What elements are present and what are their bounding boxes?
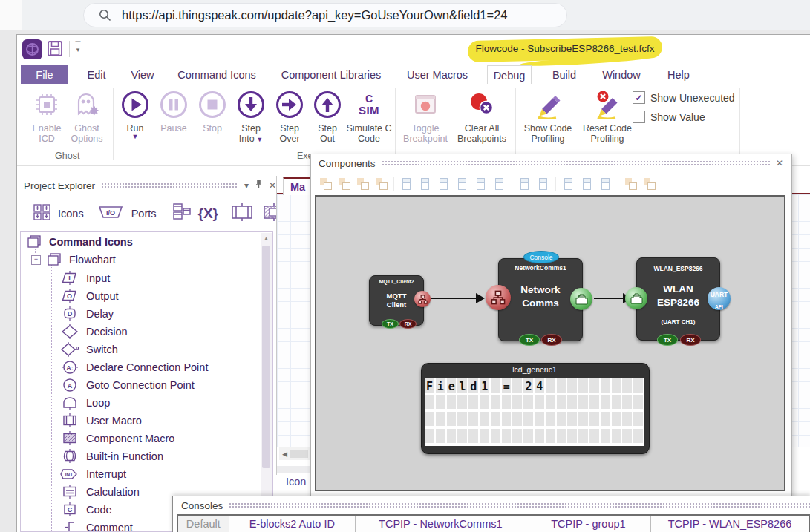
console-tab-tcpip-wlan-esp8266[interactable]: TCPIP - WLAN_ESP8266 bbox=[651, 516, 809, 532]
tree-scrollbar[interactable]: ▲ bbox=[261, 233, 272, 531]
expression-icon[interactable]: {X} bbox=[198, 206, 218, 222]
step-over-button[interactable]: Step Over bbox=[272, 89, 307, 145]
windows-layout-icon[interactable] bbox=[172, 203, 192, 225]
icons-view-label[interactable]: Icons bbox=[58, 208, 84, 220]
align-left-icon[interactable] bbox=[400, 177, 413, 190]
show-code-profiling-button[interactable]: Show Code Profiling bbox=[518, 89, 578, 145]
pin-icon[interactable] bbox=[255, 179, 263, 192]
tree-item-loop[interactable]: Loop bbox=[59, 395, 110, 410]
menu-tab-window[interactable]: Window bbox=[598, 65, 644, 84]
checkbox-icon[interactable] bbox=[633, 111, 645, 123]
tree-item-calculation[interactable]: Calculation bbox=[59, 485, 140, 499]
scroll-left-icon[interactable]: ◀ bbox=[279, 450, 287, 458]
tree-item-comment[interactable]: Comment bbox=[59, 520, 133, 532]
ethernet-connector-icon[interactable] bbox=[570, 288, 592, 310]
send-backward-icon[interactable] bbox=[338, 177, 350, 190]
send-to-back-icon[interactable] bbox=[375, 177, 388, 190]
macro-view-icon[interactable] bbox=[229, 203, 255, 224]
menu-tab-view[interactable]: View bbox=[125, 65, 160, 84]
tree-item-decision[interactable]: Decision bbox=[59, 324, 128, 339]
menu-tab-component-libraries[interactable]: Component Libraries bbox=[279, 65, 383, 84]
uart-api-connector-icon[interactable]: UARTAPI bbox=[708, 287, 731, 310]
panel-drag-texture[interactable] bbox=[229, 502, 810, 509]
close-icon[interactable]: ✕ bbox=[269, 180, 276, 191]
toggle-breakpoint-button[interactable]: Toggle Breakpoint bbox=[399, 89, 451, 145]
ethernet-connector-icon[interactable] bbox=[625, 287, 647, 309]
tree-item-switch[interactable]: Switch bbox=[59, 342, 118, 357]
align-right-icon[interactable] bbox=[437, 177, 450, 190]
ghost-options-button[interactable]: Ghost Options bbox=[65, 89, 108, 145]
tree-item-builtin-function[interactable]: Built-in Function bbox=[59, 449, 163, 463]
url-text[interactable]: https://api.thingspeak.com/update?api_ke… bbox=[122, 8, 507, 22]
simulate-c-code-button[interactable]: CSIM Simulate C Code bbox=[346, 89, 392, 145]
bring-to-front-icon[interactable] bbox=[356, 177, 369, 190]
stop-button[interactable]: Stop bbox=[195, 89, 230, 134]
space-horizontal-icon[interactable] bbox=[562, 177, 575, 190]
align-middle-icon[interactable] bbox=[474, 177, 487, 190]
menu-tab-user-macros[interactable]: User Macros bbox=[404, 65, 471, 84]
panel-menu-icon[interactable]: ▾ bbox=[244, 180, 249, 191]
scrollbar-thumb[interactable] bbox=[262, 246, 270, 468]
run-dropdown-icon[interactable]: ▼ bbox=[132, 134, 139, 139]
grid-snap-icon[interactable] bbox=[599, 177, 612, 190]
panel-drag-texture[interactable] bbox=[382, 160, 770, 167]
tree-item-output[interactable]: O Output bbox=[59, 289, 119, 303]
align-top-icon[interactable] bbox=[456, 177, 468, 190]
menu-tab-file[interactable]: File bbox=[21, 65, 68, 84]
ports-label[interactable]: Ports bbox=[131, 208, 157, 220]
console-tab-eblocks2-auto-id[interactable]: E-blocks2 Auto ID bbox=[229, 516, 356, 532]
horizontal-scrollbar[interactable]: ◀ bbox=[279, 447, 310, 460]
console-badge[interactable]: Console bbox=[523, 251, 559, 263]
quick-access-caret-icon[interactable]: ▔▾ bbox=[74, 43, 82, 52]
bring-forward-icon[interactable] bbox=[319, 177, 332, 190]
tree-item-declare-connection-point[interactable]: A: Declare Connection Point bbox=[59, 360, 208, 375]
network-connector-icon[interactable] bbox=[486, 285, 511, 310]
collapse-expander[interactable]: − bbox=[31, 255, 41, 265]
tree-item-goto-connection-point[interactable]: A Goto Connection Point bbox=[59, 378, 195, 393]
ungroup-icon[interactable] bbox=[643, 177, 656, 190]
reset-code-profiling-button[interactable]: Reset Code Profiling bbox=[578, 89, 637, 145]
icons-view-icon[interactable] bbox=[33, 204, 51, 223]
space-vertical-icon[interactable] bbox=[581, 177, 593, 190]
show-value-checkbox[interactable]: Show Value bbox=[633, 111, 705, 123]
tree-item-interrupt[interactable]: INT Interrupt bbox=[59, 467, 126, 482]
step-out-button[interactable]: Step Out bbox=[310, 89, 344, 145]
tree-item-code[interactable]: C Code bbox=[59, 502, 112, 516]
tree-item-input[interactable]: I Input bbox=[59, 271, 110, 285]
checkbox-icon[interactable]: ✓ bbox=[633, 91, 645, 104]
clear-all-breakpoints-button[interactable]: Clear All Breakpoints bbox=[453, 89, 511, 145]
console-tab-tcpip-group1[interactable]: TCPIP - group1 bbox=[526, 516, 651, 532]
menu-tab-debug[interactable]: Debug bbox=[487, 65, 532, 85]
close-icon[interactable]: ✕ bbox=[776, 158, 783, 168]
show-unexecuted-checkbox[interactable]: ✓ Show Unexecuted bbox=[633, 91, 735, 104]
panel-drag-texture[interactable] bbox=[101, 183, 238, 189]
address-bar[interactable]: https://api.thingspeak.com/update?api_ke… bbox=[83, 3, 567, 27]
tree-item-delay[interactable]: D Delay bbox=[59, 306, 114, 321]
save-icon[interactable] bbox=[47, 40, 63, 60]
console-tab-tcpip-networkcomms1[interactable]: TCPIP - NetworkComms1 bbox=[356, 516, 526, 532]
menu-tab-edit[interactable]: Edit bbox=[80, 65, 113, 84]
align-bottom-icon[interactable] bbox=[493, 177, 506, 190]
flowchart-tab-main[interactable]: Ma bbox=[283, 177, 313, 195]
menu-tab-command-icons[interactable]: Command Icons bbox=[177, 65, 257, 84]
button-label: Reset Code Profiling bbox=[578, 123, 637, 145]
distribute-vertical-icon[interactable] bbox=[537, 177, 549, 190]
mqtt-connector-icon[interactable] bbox=[414, 291, 431, 307]
tree-root-command-icons[interactable]: Command Icons bbox=[27, 235, 133, 249]
run-button[interactable]: Run ▼ bbox=[117, 89, 153, 139]
step-into-button[interactable]: Step Into ▼ bbox=[233, 89, 269, 145]
pause-button[interactable]: Pause bbox=[156, 89, 192, 134]
distribute-horizontal-icon[interactable] bbox=[518, 177, 531, 190]
menu-tab-help[interactable]: Help bbox=[662, 65, 695, 84]
tree-item-user-macro[interactable]: User Macro bbox=[59, 413, 142, 427]
tree-group-flowchart[interactable]: − Flowchart bbox=[31, 253, 116, 266]
ports-icon[interactable]: I/O bbox=[97, 205, 125, 223]
clear-breakpoints-icon bbox=[467, 89, 497, 120]
group-icon[interactable] bbox=[624, 177, 637, 190]
enable-icd-button[interactable]: Enable ICD bbox=[27, 89, 67, 145]
tree-item-component-macro[interactable]: Component Macro bbox=[59, 431, 174, 445]
scroll-up-icon[interactable]: ▲ bbox=[261, 233, 272, 244]
align-center-icon[interactable] bbox=[419, 177, 431, 190]
console-tab-default[interactable]: Default bbox=[178, 516, 229, 532]
menu-tab-build[interactable]: Build bbox=[548, 65, 581, 84]
